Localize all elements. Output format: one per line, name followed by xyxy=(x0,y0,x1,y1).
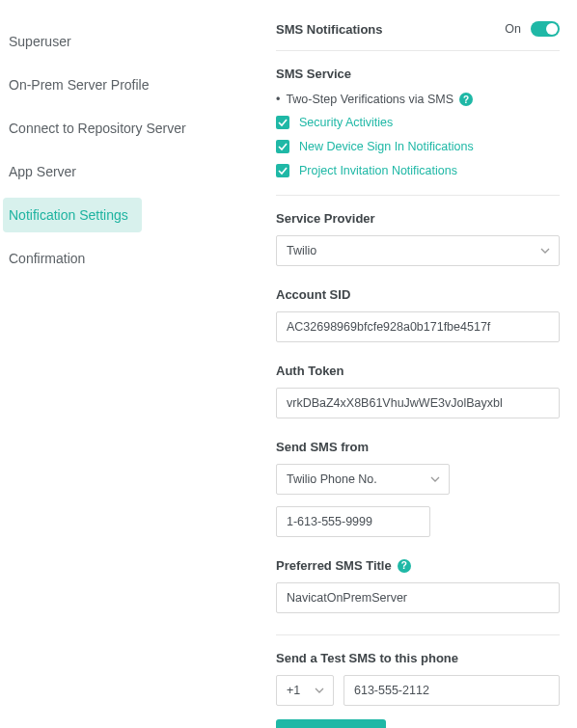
check-icon xyxy=(278,166,288,175)
sidebar-item-notification-settings[interactable]: Notification Settings xyxy=(3,198,142,232)
sidebar: Superuser On-Prem Server Profile Connect… xyxy=(0,0,259,728)
check-icon xyxy=(278,118,288,127)
send-from-label: Send SMS from xyxy=(276,440,560,454)
help-icon[interactable]: ? xyxy=(459,93,473,106)
provider-select[interactable]: Twilio xyxy=(276,235,560,266)
check-label-security[interactable]: Security Activities xyxy=(299,116,393,129)
check-row-security: Security Activities xyxy=(276,116,560,129)
two-step-row: • Two-Step Verifications via SMS ? xyxy=(276,93,560,106)
country-code-select[interactable]: +1 xyxy=(276,675,334,706)
sidebar-item-confirmation[interactable]: Confirmation xyxy=(3,241,261,276)
bullet-dot: • xyxy=(276,93,280,106)
auth-token-input[interactable] xyxy=(276,388,560,418)
field-auth-token: Auth Token xyxy=(276,364,560,418)
pref-title-label-text: Preferred SMS Title xyxy=(276,558,392,573)
check-icon xyxy=(278,142,288,151)
field-send-from: Send SMS from Twilio Phone No. xyxy=(276,440,560,537)
send-test-sms-button[interactable]: Send Test SMS xyxy=(276,719,386,728)
toggle-wrap: On xyxy=(505,21,560,37)
send-from-select-wrap: Twilio Phone No. xyxy=(276,464,450,495)
check-label-project[interactable]: Project Invitation Notifications xyxy=(299,164,457,177)
provider-select-wrap: Twilio xyxy=(276,235,560,266)
pref-title-input[interactable] xyxy=(276,582,560,613)
provider-label: Service Provider xyxy=(276,211,560,226)
section-header: SMS Notifications On xyxy=(276,21,560,51)
divider xyxy=(276,195,560,196)
sidebar-item-repository-server[interactable]: Connect to Repository Server xyxy=(3,111,261,146)
pref-title-label: Preferred SMS Title ? xyxy=(276,558,560,573)
section-title: SMS Notifications xyxy=(276,22,383,37)
account-sid-input[interactable] xyxy=(276,311,560,342)
sms-service-title: SMS Service xyxy=(276,67,560,81)
checkbox-device[interactable] xyxy=(276,140,289,153)
divider xyxy=(276,634,560,635)
cc-select-wrap: +1 xyxy=(276,675,334,706)
two-step-label: Two-Step Verifications via SMS xyxy=(286,93,453,106)
help-icon[interactable]: ? xyxy=(398,559,411,573)
field-account-sid: Account SID xyxy=(276,287,560,342)
test-phone-input[interactable] xyxy=(343,675,560,706)
sms-toggle[interactable] xyxy=(531,21,560,37)
field-pref-title: Preferred SMS Title ? xyxy=(276,558,560,613)
checkbox-security[interactable] xyxy=(276,116,289,129)
sidebar-item-app-server[interactable]: App Server xyxy=(3,154,261,189)
sidebar-item-server-profile[interactable]: On-Prem Server Profile xyxy=(3,67,261,102)
checkbox-project[interactable] xyxy=(276,164,289,177)
check-row-device: New Device Sign In Notifications xyxy=(276,140,560,153)
auth-token-label: Auth Token xyxy=(276,364,560,378)
check-label-device[interactable]: New Device Sign In Notifications xyxy=(299,140,474,153)
field-test-sms: Send a Test SMS to this phone +1 Send Te… xyxy=(276,651,560,728)
toggle-label: On xyxy=(505,22,521,36)
send-from-select[interactable]: Twilio Phone No. xyxy=(276,464,450,495)
field-provider: Service Provider Twilio xyxy=(276,211,560,266)
sidebar-item-superuser[interactable]: Superuser xyxy=(3,24,261,59)
check-row-project: Project Invitation Notifications xyxy=(276,164,560,177)
send-from-phone-input[interactable] xyxy=(276,506,430,537)
main-panel: SMS Notifications On SMS Service • Two-S… xyxy=(259,0,577,728)
test-sms-label: Send a Test SMS to this phone xyxy=(276,651,560,665)
account-sid-label: Account SID xyxy=(276,287,560,302)
